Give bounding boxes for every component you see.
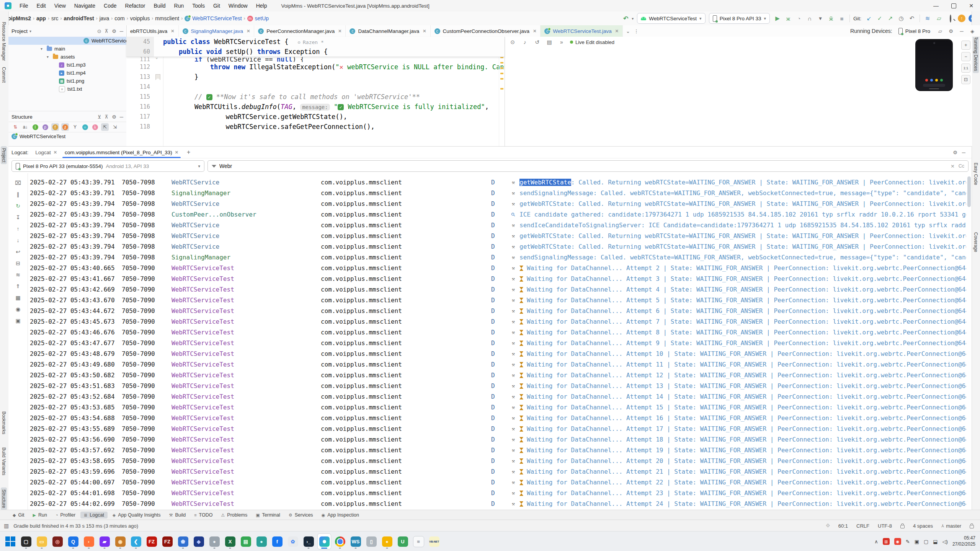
taskbar-green-circle-app[interactable]: ●	[255, 534, 268, 549]
taskbar-yellow-app[interactable]: ●	[381, 534, 394, 549]
search-everywhere-icon[interactable]	[946, 15, 955, 22]
log-row[interactable]: 2025-02-27 05:43:41.6677050-7090WebRTCSe…	[28, 274, 966, 284]
stripe-button-bookmarks[interactable]: Bookmarks	[1, 409, 7, 436]
tray-red-app-2[interactable]: ◉	[894, 538, 901, 545]
maximize-button[interactable]	[945, 0, 962, 11]
code-line-116[interactable]: 116 WebRTCUtils.debugInfo(TAG, message: …	[126, 102, 505, 112]
taskbar-blue-q-app[interactable]: Q	[67, 534, 80, 549]
logcat-tab[interactable]: Logcat✕	[31, 147, 61, 158]
structure-panel-title[interactable]: Structure	[11, 114, 33, 120]
apply-changes-icon[interactable]: ӂ	[827, 15, 835, 22]
taskbar-vscode[interactable]: ❮	[129, 534, 142, 549]
tree-item-tst1-mp3[interactable]: ♪tst1.mp3	[8, 61, 126, 69]
git-branch[interactable]: Y master	[941, 523, 961, 529]
tab-custompeerconnectionobserver-java[interactable]: cCustomPeerConnectionObserver.java✕	[431, 25, 541, 37]
stripe-button-coverage[interactable]: Coverage	[973, 230, 979, 254]
taskbar-document-app[interactable]: ≡	[412, 534, 425, 549]
soft-wrap-icon[interactable]: ↩	[15, 248, 21, 255]
code-line-111[interactable]: 111⌄ if (webRTCService == null) {	[126, 57, 505, 62]
code-line-114[interactable]: 114	[126, 82, 505, 92]
menu-item-window[interactable]: Window	[224, 0, 252, 11]
breadcrumb-item[interactable]: androidTest	[64, 15, 94, 21]
log-row[interactable]: 2025-02-27 05:43:54.6887050-7090WebRTCSe…	[28, 413, 966, 424]
tab-signalingmanager-java[interactable]: cSignalingManager.java✕	[179, 25, 255, 37]
autoscroll-to-source-icon[interactable]: ⇱	[101, 123, 109, 131]
stripe-button-resource-manager[interactable]: Resource Manager	[1, 20, 7, 63]
emulator-screen[interactable]	[915, 39, 953, 91]
restart-icon[interactable]: ↻	[15, 202, 21, 209]
split-panel-icon[interactable]: ▦	[15, 294, 21, 301]
debug-icon[interactable]: ж	[784, 15, 792, 22]
code-line-118[interactable]: 118 webRTCService.safeGetPeerConnection(…	[126, 122, 505, 132]
visibility-icon[interactable]: Y	[71, 123, 79, 131]
hide-icon[interactable]: ─	[120, 28, 123, 34]
menu-item-build[interactable]: Build	[149, 0, 170, 11]
export-icon[interactable]: ⇑	[15, 283, 21, 290]
logcat-device-select[interactable]: Pixel 8 Pro API 33 (emulator-5554) Andro…	[11, 160, 204, 172]
logcat-tab[interactable]: com.voipplus.mmsclient (Pixel_8_Pro_API_…	[61, 147, 182, 158]
run-icon[interactable]: ▶	[773, 15, 782, 22]
stripe-button-project[interactable]: Project	[1, 146, 7, 164]
log-row[interactable]: 2025-02-27 05:43:40.6657050-7090WebRTCSe…	[28, 263, 966, 274]
hide-icon[interactable]: ─	[958, 28, 965, 34]
tray-gray-icon[interactable]: ▣	[915, 539, 919, 544]
pause-icon[interactable]: ∥	[15, 191, 21, 198]
code-line-112[interactable]: 112 throw new IllegalStateException("✕ w…	[126, 62, 505, 72]
read-lock-icon[interactable]	[900, 525, 905, 528]
gear-icon[interactable]: ⚙	[112, 28, 116, 34]
tab-webrtcservicetest-java[interactable]: cWebRTCServiceTest.java✕	[541, 25, 623, 37]
hide-icon[interactable]: ─	[962, 150, 965, 155]
line-separator[interactable]: CRLF	[856, 523, 869, 529]
code-line-45[interactable]: 45public class WebRTCServiceTest { Razen…	[126, 37, 505, 47]
filter-option-icon[interactable]: ✕	[951, 163, 954, 169]
log-row[interactable]: 2025-02-27 05:43:55.6897050-7090WebRTCSe…	[28, 424, 966, 434]
code-line-113[interactable]: 113 }	[126, 72, 505, 82]
collapse-all-icon[interactable]: ⊼	[105, 28, 109, 34]
taskbar-chrome[interactable]	[333, 534, 346, 549]
live-edit-status[interactable]: Live Edit disabled	[570, 39, 614, 45]
device-pair-icon[interactable]: ≋	[923, 15, 932, 22]
taskbar-powershell[interactable]: ›_	[302, 534, 315, 549]
update-project-icon[interactable]: ↙	[865, 15, 873, 22]
warning-stripe-mark[interactable]	[500, 67, 503, 69]
fold-icon[interactable]: ⌄	[155, 57, 158, 60]
tray-expand-icon[interactable]: ∧	[874, 539, 878, 544]
commit-icon[interactable]: ✓	[875, 15, 884, 22]
stripe-button-easy-code[interactable]: Easy Code	[973, 161, 979, 187]
log-row[interactable]: 2025-02-27 05:43:39.7917050-7098Signalin…	[28, 188, 966, 199]
tool-window-button-app-inspection[interactable]: ◉App Inspection	[318, 512, 363, 518]
log-row[interactable]: 2025-02-27 05:43:50.6827050-7090WebRTCSe…	[28, 370, 966, 381]
attach-debugger-icon[interactable]: ↶	[623, 15, 628, 22]
close-icon[interactable]: ✕	[171, 29, 174, 34]
menu-item-code[interactable]: Code	[100, 0, 121, 11]
close-button[interactable]: ✕	[962, 0, 980, 11]
menu-item-view[interactable]: View	[50, 0, 70, 11]
close-icon[interactable]: ✕	[54, 150, 57, 155]
chevron-down-icon[interactable]: ▾	[41, 47, 44, 51]
taskbar-filezilla-server[interactable]: FZ	[161, 534, 174, 549]
taskbar-webstorm[interactable]: WS	[349, 534, 362, 549]
log-row[interactable]: 2025-02-27 05:43:46.6767050-7090WebRTCSe…	[28, 327, 966, 338]
taskbar-amber-app[interactable]: ◉	[114, 534, 127, 549]
breadcrumb-item[interactable]: mmsclient	[155, 15, 179, 21]
overflow-icon[interactable]: »	[558, 39, 565, 45]
coverage-icon[interactable]: ∩	[805, 15, 814, 22]
expand-all-icon[interactable]: ⊻	[98, 114, 101, 120]
log-row[interactable]: 2025-02-27 05:43:42.6697050-7090WebRTCSe…	[28, 284, 966, 295]
log-row[interactable]: 2025-02-27 05:43:59.6967050-7090WebRTCSe…	[28, 466, 966, 477]
chevron-down-icon[interactable]: ▾	[47, 55, 51, 59]
zoom-reset-button[interactable]: 1:1	[961, 64, 970, 73]
taskbar-clock[interactable]: 05:47 27/02/2025	[952, 535, 975, 547]
log-row[interactable]: 2025-02-27 05:43:53.6857050-7090WebRTCSe…	[28, 402, 966, 413]
taskbar-multicolor-app[interactable]: ✿	[286, 534, 299, 549]
stripe-button-structure[interactable]: Structure	[1, 487, 7, 510]
log-row[interactable]: 2025-02-27 05:43:39.7947050-7098WebRTCSe…	[28, 199, 966, 209]
stripe-button-build-variants[interactable]: Build Variants	[1, 445, 7, 477]
warning-stripe-mark[interactable]	[500, 88, 503, 90]
tool-window-button-terminal[interactable]: ▣Terminal	[252, 512, 284, 518]
close-icon[interactable]: ✕	[423, 29, 426, 34]
screenshot-icon[interactable]: ◉	[15, 306, 21, 313]
close-icon[interactable]: ✕	[615, 29, 619, 34]
log-row[interactable]: 2025-02-27 05:44:01.6987050-7090WebRTCSe…	[28, 488, 966, 499]
lock-icon[interactable]	[970, 525, 974, 528]
